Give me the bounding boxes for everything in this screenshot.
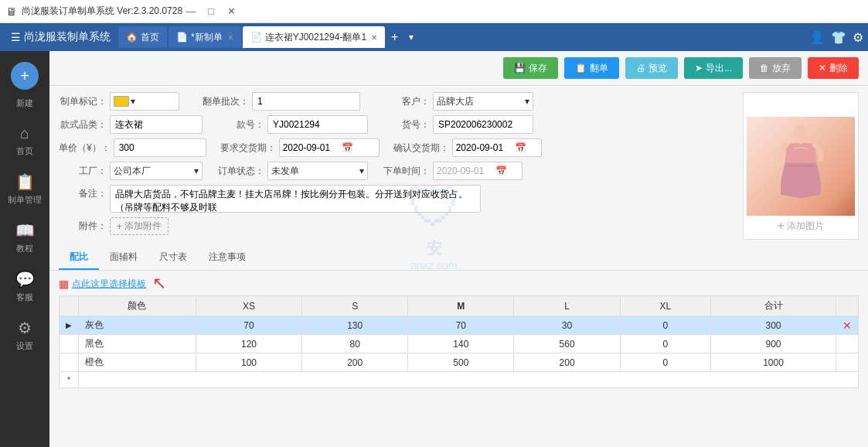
sidebar-item-home[interactable]: ⌂ 首页	[0, 117, 49, 165]
delete-button[interactable]: ✕ 删除	[808, 57, 859, 79]
add-tab-button[interactable]: +	[386, 29, 403, 46]
mark-select-wrap[interactable]: ▾	[110, 92, 179, 111]
xl-cell-1: 0	[620, 316, 710, 335]
delete-cell-1[interactable]: ✕	[836, 316, 859, 335]
price-input[interactable]	[114, 138, 206, 157]
sidebar-settings-label: 设置	[16, 340, 33, 352]
s-cell-3: 200	[302, 353, 408, 372]
toolbar: 💾 保存 📋 翻单 🖨 预览 ➤ 导出... 🗑 放弃 ✕ 删除	[49, 51, 868, 86]
preview-button[interactable]: 🖨 预览	[625, 57, 678, 79]
row-arrow-3	[60, 353, 79, 372]
goods-no-input[interactable]	[433, 115, 533, 134]
user-icon-button[interactable]: 👤	[809, 30, 825, 45]
menu-icon: ☰	[11, 31, 21, 43]
tab-notes[interactable]: 注意事项	[198, 246, 257, 270]
confirm-date-label: 确认交货期：	[393, 142, 449, 155]
tab-dropdown-button[interactable]: ▾	[404, 30, 418, 44]
th-m: M	[408, 296, 514, 316]
style-no-input[interactable]	[267, 115, 368, 134]
table-row[interactable]: 黑色 120 80 140 560 0 900	[60, 335, 859, 353]
row-arrow-1: ▶	[60, 316, 79, 335]
export-icon: ➤	[695, 63, 703, 73]
tab-size[interactable]: 尺寸表	[148, 246, 198, 270]
template-link-text: 点此这里选择模板	[72, 278, 146, 291]
sidebar-item-order-mgmt[interactable]: 📋 制单管理	[0, 165, 49, 213]
template-link[interactable]: 点此这里选择模板	[72, 278, 146, 291]
th-xs: XS	[196, 296, 301, 316]
table-row[interactable]: 橙色 100 200 500 200 0 1000	[60, 353, 859, 372]
home-sidebar-icon: ⌂	[20, 125, 29, 142]
tab-dress-order-label: 连衣裙YJ0021294-翻单1	[265, 31, 366, 44]
calendar-icon-delivery[interactable]: 📅	[342, 142, 353, 153]
settings-icon-button[interactable]: ⚙	[853, 30, 863, 45]
l-cell-3: 200	[514, 353, 620, 372]
new-row-indicator: *	[60, 372, 79, 388]
save-label: 保存	[529, 62, 547, 75]
shirt-icon-button[interactable]: 👕	[831, 30, 846, 45]
row-arrow-2	[60, 335, 79, 353]
svg-point-0	[794, 125, 808, 142]
tab-dress-order[interactable]: 📄 连衣裙YJ0021294-翻单1 ✕	[243, 26, 385, 48]
export-label: 导出...	[706, 62, 732, 75]
factory-select-wrap[interactable]: 公司本厂 ▾	[110, 162, 203, 180]
minimize-button[interactable]: —	[182, 4, 199, 19]
sidebar-item-settings[interactable]: ⚙ 设置	[0, 311, 49, 360]
add-attach-button[interactable]: + 添加附件	[110, 217, 168, 235]
form-row-1: 制单标记： ▾ 翻单批次： 客户： 品牌大店 ▾	[59, 92, 735, 111]
copy-batch-input[interactable]	[252, 92, 360, 111]
copy-label: 翻单	[590, 62, 608, 75]
th-color: 颜色	[79, 296, 196, 316]
delivery-date-input[interactable]	[283, 142, 342, 153]
export-button[interactable]: ➤ 导出...	[684, 57, 743, 79]
s-cell-2: 80	[302, 335, 408, 353]
table-row[interactable]: ▶ 灰色 70 130 70 30 0 300 ✕	[60, 316, 859, 335]
order-time-input[interactable]	[437, 165, 495, 176]
delete-cell-3	[836, 353, 859, 372]
doc-icon-2: 📄	[250, 32, 262, 43]
customer-label: 客户：	[382, 95, 430, 108]
confirm-date-input[interactable]	[456, 142, 515, 153]
calendar-icon-order[interactable]: 📅	[495, 165, 507, 176]
remark-textarea[interactable]: 品牌大店货品，不钉品牌主麦！挂大店吊牌！按比例分开包装。分开送到对应收货占。（吊…	[110, 185, 481, 213]
delete-cell-2	[836, 335, 859, 353]
sidebar-menu-button[interactable]: ☰ 尚泷服装制单系统	[5, 27, 117, 47]
total-cell-1: 300	[711, 316, 836, 335]
sidebar: + 新建 ⌂ 首页 📋 制单管理 📖 教程 💬 客服 ⚙ 设置	[0, 51, 49, 447]
sidebar-item-tutorial[interactable]: 📖 教程	[0, 213, 49, 262]
style-type-input[interactable]	[110, 115, 203, 134]
chevron-down-icon-mark: ▾	[131, 96, 135, 107]
sidebar-item-service[interactable]: 💬 客服	[0, 262, 49, 311]
calendar-icon-confirm[interactable]: 📅	[515, 142, 526, 153]
m-cell-2: 140	[408, 335, 514, 353]
xs-cell-1: 70	[196, 316, 301, 335]
order-status-select-wrap[interactable]: 未发单 ▾	[267, 162, 368, 180]
copy-order-button[interactable]: 📋 翻单	[564, 57, 619, 79]
tab-new-order-close[interactable]: ✕	[227, 33, 233, 42]
save-button[interactable]: 💾 保存	[503, 57, 558, 79]
th-s: S	[302, 296, 408, 316]
doc-icon: 📄	[176, 32, 188, 43]
add-image-label: 添加图片	[787, 220, 824, 233]
table-new-row[interactable]: *	[60, 372, 859, 388]
sidebar-home-label: 首页	[16, 145, 33, 157]
customer-select-wrap[interactable]: 品牌大店 ▾	[433, 92, 533, 111]
remark-label: 备注：	[59, 185, 107, 200]
service-icon: 💬	[15, 270, 35, 288]
tab-match[interactable]: 配比	[59, 246, 99, 270]
maximize-button[interactable]: □	[203, 4, 220, 19]
sidebar-item-new[interactable]: + 新建	[0, 54, 49, 117]
chevron-down-icon-factory: ▾	[194, 165, 199, 176]
tab-new-order[interactable]: 📄 *新制单 ✕	[168, 26, 241, 48]
tab-home[interactable]: 🏠 首页	[118, 26, 167, 48]
abandon-button[interactable]: 🗑 放弃	[749, 57, 802, 79]
delete-row-1-icon[interactable]: ✕	[842, 319, 852, 332]
new-row-empty	[79, 372, 859, 388]
tab-dress-order-close[interactable]: ✕	[371, 33, 377, 42]
chevron-down-icon: ▾	[409, 32, 414, 43]
plus-icon: +	[117, 221, 122, 232]
title-bar: 🖥 尚泷服装订单制单系统 Ver:2.3.20.0728 — □ ✕	[0, 0, 868, 23]
tab-fabric[interactable]: 面辅料	[99, 246, 148, 270]
close-button[interactable]: ✕	[223, 4, 240, 19]
th-xl: XL	[620, 296, 710, 316]
add-image-button[interactable]: + 添加图片	[774, 216, 827, 236]
